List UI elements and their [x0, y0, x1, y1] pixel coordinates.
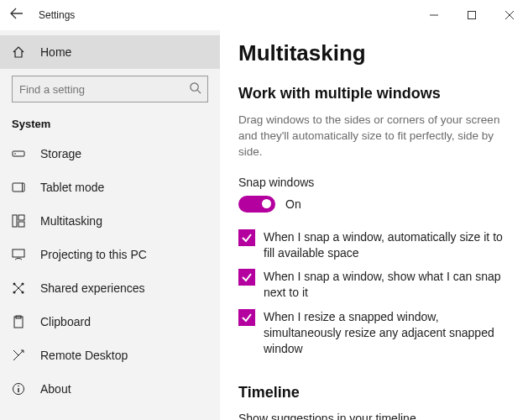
checkmark-icon: [241, 232, 253, 244]
multitasking-icon: [12, 214, 25, 228]
section-description: Drag windows to the sides or corners of …: [238, 113, 510, 160]
sidebar-item-about[interactable]: About: [0, 372, 220, 406]
sidebar-item-label: Projecting to this PC: [40, 248, 147, 261]
search-box[interactable]: [12, 76, 208, 102]
snap-windows-label: Snap windows: [238, 176, 510, 189]
shared-experiences-icon: [12, 281, 25, 295]
section-title-work-with-windows: Work with multiple windows: [238, 85, 510, 102]
svg-point-4: [191, 83, 198, 91]
svg-rect-11: [18, 215, 24, 220]
svg-line-5: [197, 90, 201, 93]
main-content: Multitasking Work with multiple windows …: [220, 30, 528, 420]
sidebar-item-tablet-mode[interactable]: Tablet mode: [0, 171, 220, 204]
checkmark-icon: [241, 271, 253, 283]
checkbox-resize-adjacent[interactable]: [238, 309, 255, 326]
sidebar-item-label: Tablet mode: [40, 181, 104, 194]
checkbox-label: When I snap a window, show what I can sn…: [264, 269, 510, 301]
svg-rect-13: [13, 249, 24, 257]
minimize-icon: [430, 11, 438, 19]
checkbox-auto-size[interactable]: [238, 229, 255, 246]
minimize-button[interactable]: [415, 3, 452, 28]
about-icon: [12, 382, 25, 396]
sidebar: Home System Storage Tablet mode: [0, 30, 220, 420]
clipboard-icon: [12, 315, 25, 328]
back-arrow-icon: [10, 7, 24, 20]
sidebar-item-label: Storage: [40, 147, 81, 160]
sidebar-item-multitasking[interactable]: Multitasking: [0, 204, 220, 238]
svg-point-27: [18, 386, 19, 387]
sidebar-item-home[interactable]: Home: [0, 35, 220, 69]
checkbox-label: When I resize a snapped window, simultan…: [264, 309, 510, 357]
sidebar-item-label: Clipboard: [40, 315, 91, 328]
close-icon: [505, 11, 514, 19]
maximize-button[interactable]: [452, 3, 490, 28]
svg-point-7: [14, 153, 16, 155]
toggle-state-label: On: [285, 197, 301, 211]
close-button[interactable]: [490, 3, 528, 28]
svg-rect-6: [13, 151, 24, 156]
sidebar-item-storage[interactable]: Storage: [0, 137, 220, 171]
snap-windows-toggle[interactable]: [238, 196, 275, 213]
sidebar-item-label: Shared experiences: [40, 281, 145, 295]
projecting-icon: [12, 248, 25, 261]
remote-desktop-icon: [12, 349, 25, 362]
sidebar-item-shared-experiences[interactable]: Shared experiences: [0, 271, 220, 305]
sidebar-item-clipboard[interactable]: Clipboard: [0, 305, 220, 339]
storage-icon: [12, 147, 25, 160]
section-title-timeline: Timeline: [238, 384, 510, 402]
svg-rect-12: [18, 222, 24, 227]
checkbox-snap-assist[interactable]: [238, 269, 255, 286]
sidebar-item-remote-desktop[interactable]: Remote Desktop: [0, 339, 220, 372]
search-icon: [189, 81, 201, 97]
sidebar-item-projecting[interactable]: Projecting to this PC: [0, 238, 220, 271]
svg-rect-10: [13, 215, 17, 227]
checkbox-label: When I snap a window, automatically size…: [264, 229, 510, 261]
svg-line-23: [18, 350, 24, 355]
sidebar-section-header: System: [0, 114, 220, 137]
checkmark-icon: [241, 312, 253, 323]
sidebar-item-label: About: [40, 382, 71, 396]
titlebar: Settings: [0, 0, 528, 30]
sidebar-item-label: Home: [40, 45, 71, 59]
maximize-icon: [468, 11, 476, 19]
svg-line-22: [13, 350, 18, 355]
window-title: Settings: [39, 9, 75, 21]
sidebar-item-label: Multitasking: [40, 214, 102, 228]
page-title: Multitasking: [238, 40, 510, 66]
svg-line-24: [13, 355, 18, 360]
sidebar-item-label: Remote Desktop: [40, 349, 128, 362]
home-icon: [12, 45, 25, 59]
back-button[interactable]: [0, 7, 34, 24]
search-input[interactable]: [12, 76, 208, 102]
timeline-suggestions-label: Show suggestions in your timeline: [238, 412, 510, 420]
svg-rect-1: [468, 12, 475, 19]
tablet-icon: [12, 181, 25, 194]
